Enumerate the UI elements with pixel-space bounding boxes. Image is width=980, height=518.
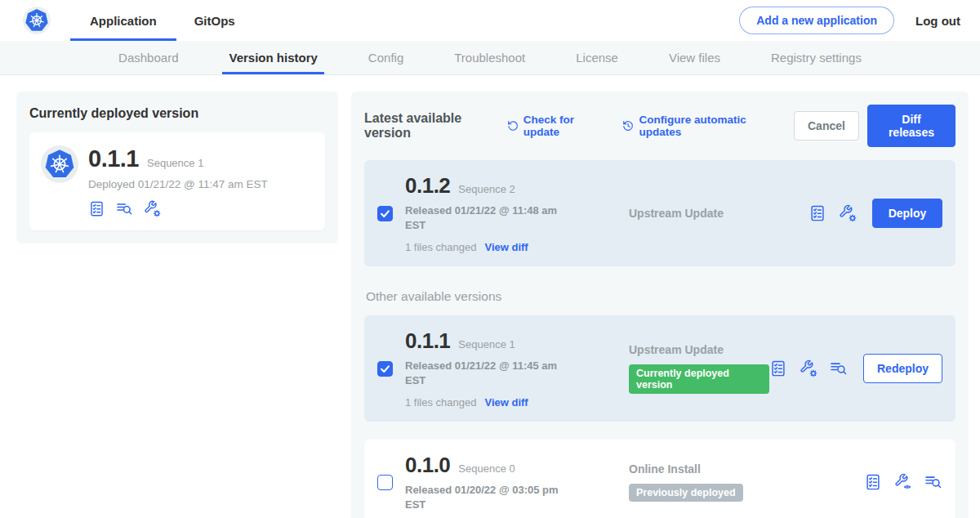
cancel-button[interactable]: Cancel xyxy=(794,111,859,141)
config-icon[interactable] xyxy=(144,200,161,217)
sequence-label: Sequence 2 xyxy=(458,183,514,195)
schedule-update-icon xyxy=(622,119,634,132)
deploy-button[interactable]: Deploy xyxy=(872,199,942,228)
release-notes-icon[interactable] xyxy=(769,359,787,377)
kubernetes-logo-icon xyxy=(23,7,51,34)
config-view-icon[interactable] xyxy=(894,473,912,491)
configure-automatic-updates-link[interactable]: Configure automatic updates xyxy=(622,114,774,138)
checkmark-icon xyxy=(379,208,391,220)
released-date: Released 01/21/22 @ 11:48 am EST xyxy=(405,203,565,232)
refresh-icon xyxy=(507,119,519,132)
logs-icon[interactable] xyxy=(830,359,848,377)
version-actions: Deploy xyxy=(808,199,942,228)
subnav-config[interactable]: Config xyxy=(368,41,403,74)
view-diff-link[interactable]: View diff xyxy=(484,396,528,409)
subnav-license[interactable]: License xyxy=(576,41,618,74)
released-date: Released 01/20/22 @ 03:05 pm EST xyxy=(405,483,565,511)
version-actions: Redeploy xyxy=(769,354,942,383)
latest-version-title: Latest available version xyxy=(364,111,496,141)
currently-deployed-title: Currently deployed version xyxy=(29,106,325,121)
version-number: 0.1.1 xyxy=(88,145,139,172)
tab-gitops-label: GitOps xyxy=(194,14,235,28)
app-nav: Application GitOps xyxy=(78,0,261,41)
version-row: 0.1.0 Sequence 0 Released 01/20/22 @ 03:… xyxy=(364,440,956,518)
currently-deployed-card: 0.1.1 Sequence 1 Deployed 01/21/22 @ 11:… xyxy=(29,132,325,230)
release-notes-icon[interactable] xyxy=(864,473,882,491)
tab-application-label: Application xyxy=(90,14,157,28)
subnav-registry-settings[interactable]: Registry settings xyxy=(771,41,862,74)
subnav-troubleshoot[interactable]: Troubleshoot xyxy=(454,41,525,74)
app-subnav: Dashboard Version history Config Trouble… xyxy=(0,41,980,75)
check-for-update-label: Check for update xyxy=(523,114,604,138)
config-icon[interactable] xyxy=(800,359,817,377)
sequence-label: Sequence 0 xyxy=(458,462,514,475)
version-info: 0.1.2 Sequence 2 Released 01/21/22 @ 11:… xyxy=(405,173,565,253)
version-source: Upstream Update xyxy=(565,207,808,220)
subnav-dashboard[interactable]: Dashboard xyxy=(118,41,178,74)
config-icon[interactable] xyxy=(839,204,857,222)
configure-automatic-updates-label: Configure automatic updates xyxy=(639,114,774,138)
version-source: Upstream Update Currently deployed versi… xyxy=(565,343,769,394)
sequence-label: Sequence 1 xyxy=(458,338,514,351)
files-changed: 1 files changed xyxy=(405,396,476,409)
version-actions xyxy=(864,473,942,491)
version-number: 0.1.0 xyxy=(405,453,450,478)
version-row: 0.1.2 Sequence 2 Released 01/21/22 @ 11:… xyxy=(364,160,956,266)
redeploy-button[interactable]: Redeploy xyxy=(863,354,942,383)
top-bar: Application GitOps Add a new application… xyxy=(0,0,980,41)
subnav-version-history[interactable]: Version history xyxy=(229,41,317,74)
tab-application[interactable]: Application xyxy=(78,0,168,41)
files-changed: 1 files changed xyxy=(405,241,476,253)
available-versions-panel: Latest available version Check for updat… xyxy=(351,92,969,518)
view-diff-link[interactable]: View diff xyxy=(484,241,528,253)
other-versions-title: Other available versions xyxy=(366,289,956,304)
subnav-view-files[interactable]: View files xyxy=(669,41,720,74)
version-row: 0.1.1 Sequence 1 Released 01/21/22 @ 11:… xyxy=(364,315,956,422)
diff-releases-button[interactable]: Diff releases xyxy=(867,105,956,147)
logs-icon[interactable] xyxy=(116,200,133,217)
tab-gitops[interactable]: GitOps xyxy=(183,0,247,41)
source-label: Online Install xyxy=(629,462,864,476)
app-icon xyxy=(41,145,78,183)
source-label: Upstream Update xyxy=(629,207,808,220)
deployed-version-info: 0.1.1 Sequence 1 Deployed 01/21/22 @ 11:… xyxy=(88,144,268,217)
logs-icon[interactable] xyxy=(924,473,942,491)
version-checkbox[interactable] xyxy=(377,475,393,490)
version-history-page: Currently deployed version 0.1.1 Sequenc… xyxy=(0,75,980,518)
version-checkbox[interactable] xyxy=(377,361,393,377)
version-info: 0.1.1 Sequence 1 Released 01/21/22 @ 11:… xyxy=(405,328,565,409)
version-number: 0.1.2 xyxy=(405,173,450,199)
sequence-label: Sequence 1 xyxy=(147,157,203,169)
previously-deployed-badge: Previously deployed xyxy=(629,484,743,502)
logout-link[interactable]: Log out xyxy=(915,14,960,28)
currently-deployed-badge: Currently deployed version xyxy=(629,364,769,394)
add-application-button[interactable]: Add a new application xyxy=(739,7,894,34)
source-label: Upstream Update xyxy=(629,343,769,356)
version-checkbox[interactable] xyxy=(377,206,393,221)
kots-admin-console: Application GitOps Add a new application… xyxy=(0,0,980,518)
version-info: 0.1.0 Sequence 0 Released 01/20/22 @ 03:… xyxy=(405,453,565,511)
released-date: Released 01/21/22 @ 11:45 am EST xyxy=(405,359,565,387)
latest-version-header: Latest available version Check for updat… xyxy=(364,105,956,147)
release-notes-icon[interactable] xyxy=(808,204,826,222)
currently-deployed-panel: Currently deployed version 0.1.1 Sequenc… xyxy=(16,92,338,243)
check-for-update-link[interactable]: Check for update xyxy=(507,114,604,138)
deployed-date: Deployed 01/21/22 @ 11:47 am EST xyxy=(88,178,268,190)
version-number: 0.1.1 xyxy=(405,328,450,354)
checkmark-icon xyxy=(379,363,391,375)
version-source: Online Install Previously deployed xyxy=(565,462,864,502)
release-notes-icon[interactable] xyxy=(88,200,105,217)
